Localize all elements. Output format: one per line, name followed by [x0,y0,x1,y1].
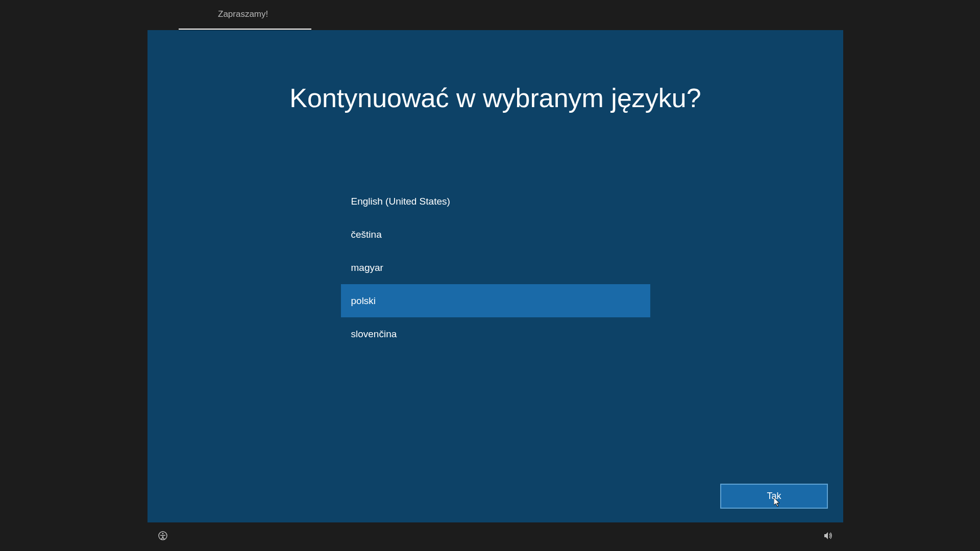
confirm-button[interactable]: Tak [720,484,828,509]
volume-icon[interactable] [823,531,833,543]
language-label: English (United States) [351,196,450,207]
confirm-button-label: Tak [767,491,781,502]
language-list: English (United States) čeština magyar p… [341,185,650,350]
svg-point-1 [162,533,164,535]
accessibility-icon[interactable] [158,531,168,543]
language-label: magyar [351,262,383,273]
tab-label: Zapraszamy! [218,9,268,19]
bottom-bar [148,522,843,551]
language-label: slovenčina [351,329,397,340]
language-item-slovak[interactable]: slovenčina [341,317,650,350]
language-label: polski [351,295,376,307]
language-item-hungarian[interactable]: magyar [341,251,650,284]
language-item-english[interactable]: English (United States) [341,185,650,218]
outer-frame: Zapraszamy! Kontynuować w wybranym język… [0,0,980,551]
language-item-polish[interactable]: polski [341,284,650,317]
content-panel: Kontynuować w wybranym języku? English (… [148,30,843,522]
tab-welcome[interactable]: Zapraszamy! [179,0,311,30]
language-label: čeština [351,229,382,240]
tab-bar: Zapraszamy! [0,0,980,30]
page-title: Kontynuować w wybranym języku? [148,83,843,113]
language-item-czech[interactable]: čeština [341,218,650,251]
